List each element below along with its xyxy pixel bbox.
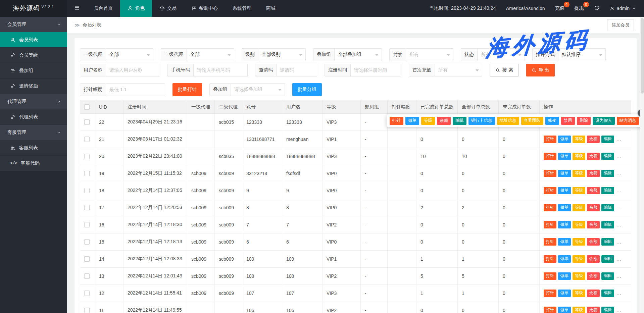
action-余额-button[interactable]: 余额 bbox=[587, 136, 600, 143]
filter-select-排序方式[interactable]: 默认排序 bbox=[558, 49, 605, 61]
popup-action-等级-button[interactable]: 等级 bbox=[421, 117, 435, 125]
action-做单-button[interactable]: 做单 bbox=[558, 153, 571, 160]
filter-select-一级代理[interactable]: 全部 bbox=[106, 49, 153, 61]
more-actions-button[interactable]: ... bbox=[616, 154, 622, 159]
more-actions-button[interactable]: ... bbox=[616, 222, 622, 227]
export-button[interactable]: 导 出 bbox=[526, 64, 555, 76]
sidebar-item-客服代码[interactable]: </>客服代码 bbox=[0, 156, 67, 171]
action-等级-button[interactable]: 等级 bbox=[573, 136, 585, 143]
action-余额-button[interactable]: 余额 bbox=[587, 272, 600, 279]
popup-action-银行卡信息-button[interactable]: 银行卡信息 bbox=[468, 117, 495, 125]
inject-range-input[interactable] bbox=[106, 84, 165, 96]
action-打针-button[interactable]: 打针 bbox=[544, 290, 556, 297]
action-编辑-button[interactable]: 编辑 bbox=[601, 307, 614, 313]
sidebar-item-客服列表[interactable]: 客服列表 bbox=[0, 140, 67, 156]
filter-select-叠加组[interactable]: 全部叠加组 bbox=[335, 49, 382, 61]
popup-action-做单-button[interactable]: 做单 bbox=[405, 117, 419, 125]
more-actions-button[interactable]: ... bbox=[616, 239, 622, 245]
action-打针-button[interactable]: 打针 bbox=[544, 187, 556, 194]
action-做单-button[interactable]: 做单 bbox=[558, 221, 571, 228]
row-checkbox[interactable] bbox=[84, 222, 90, 227]
action-等级-button[interactable]: 等级 bbox=[573, 290, 585, 297]
action-编辑-button[interactable]: 编辑 bbox=[601, 238, 614, 245]
action-打针-button[interactable]: 打针 bbox=[544, 153, 556, 160]
popup-action-编辑-button[interactable]: 编辑 bbox=[453, 117, 466, 125]
invite-code-input[interactable] bbox=[277, 64, 317, 76]
action-等级-button[interactable]: 等级 bbox=[573, 153, 585, 160]
action-做单-button[interactable]: 做单 bbox=[558, 187, 571, 194]
phone-input[interactable] bbox=[194, 64, 247, 76]
action-等级-button[interactable]: 等级 bbox=[573, 170, 585, 177]
first-charge-select[interactable]: 所有 bbox=[435, 64, 482, 76]
action-等级-button[interactable]: 等级 bbox=[573, 221, 585, 228]
action-等级-button[interactable]: 等级 bbox=[573, 187, 585, 194]
action-做单-button[interactable]: 做单 bbox=[558, 255, 571, 262]
filter-select-状态[interactable]: 所有 bbox=[478, 49, 525, 61]
action-等级-button[interactable]: 等级 bbox=[573, 272, 585, 279]
filter-select-封禁[interactable]: 所有 bbox=[406, 49, 453, 61]
nav-item-帮助中心[interactable]: 帮助中心 bbox=[184, 0, 225, 17]
page-scrollbar[interactable] bbox=[640, 17, 644, 313]
more-actions-button[interactable]: ... bbox=[616, 256, 622, 262]
action-等级-button[interactable]: 等级 bbox=[573, 238, 585, 245]
user-menu[interactable]: admin bbox=[610, 6, 636, 11]
action-余额-button[interactable]: 余额 bbox=[587, 255, 600, 262]
popup-action-禁用-button[interactable]: 禁用 bbox=[561, 117, 575, 125]
row-checkbox[interactable] bbox=[84, 239, 90, 245]
sidebar-item-代理列表[interactable]: 代理列表 bbox=[0, 109, 67, 125]
more-actions-button[interactable]: ... bbox=[616, 308, 622, 313]
refresh-button[interactable] bbox=[594, 5, 600, 12]
row-checkbox[interactable] bbox=[84, 188, 90, 193]
nav-item-后台首页[interactable]: 后台首页 bbox=[87, 0, 120, 17]
action-等级-button[interactable]: 等级 bbox=[573, 307, 585, 313]
action-打针-button[interactable]: 打针 bbox=[544, 238, 556, 245]
add-member-button[interactable]: 添加会员 bbox=[607, 19, 634, 31]
action-做单-button[interactable]: 做单 bbox=[558, 238, 571, 245]
row-checkbox[interactable] bbox=[84, 205, 90, 210]
reg-time-input[interactable] bbox=[351, 64, 401, 76]
nav-item-角色[interactable]: 角色 bbox=[120, 0, 152, 17]
action-打针-button[interactable]: 打针 bbox=[544, 272, 556, 279]
popup-action-查看团队-button[interactable]: 查看团队 bbox=[521, 117, 543, 125]
action-编辑-button[interactable]: 编辑 bbox=[601, 272, 614, 279]
nav-item-交易[interactable]: 交易 bbox=[152, 0, 184, 17]
action-做单-button[interactable]: 做单 bbox=[558, 136, 571, 143]
nav-item-商城[interactable]: 商城 bbox=[259, 0, 283, 17]
action-做单-button[interactable]: 做单 bbox=[558, 204, 571, 211]
row-checkbox[interactable] bbox=[84, 291, 90, 296]
action-余额-button[interactable]: 余额 bbox=[587, 307, 600, 313]
action-打针-button[interactable]: 打针 bbox=[544, 307, 556, 313]
row-checkbox[interactable] bbox=[84, 308, 90, 313]
action-编辑-button[interactable]: 编辑 bbox=[601, 204, 614, 211]
withdraw-link[interactable]: 提现 0 bbox=[575, 5, 584, 11]
popup-action-余额-button[interactable]: 余额 bbox=[437, 117, 451, 125]
sidebar-item-叠加组[interactable]: 叠加组 bbox=[0, 63, 67, 79]
sidebar-item-会员列表[interactable]: 会员列表 bbox=[0, 32, 67, 48]
action-等级-button[interactable]: 等级 bbox=[573, 204, 585, 211]
more-actions-button[interactable]: ... bbox=[616, 291, 622, 296]
search-button[interactable]: 搜 索 bbox=[490, 64, 519, 76]
sidebar-item-会员等级[interactable]: 会员等级 bbox=[0, 48, 67, 63]
row-checkbox[interactable] bbox=[84, 154, 90, 159]
action-余额-button[interactable]: 余额 bbox=[587, 290, 600, 297]
action-编辑-button[interactable]: 编辑 bbox=[601, 187, 614, 194]
nav-item-系统管理[interactable]: 系统管理 bbox=[225, 0, 259, 17]
sidebar-group-客服管理[interactable]: 客服管理 bbox=[0, 125, 67, 140]
action-做单-button[interactable]: 做单 bbox=[558, 290, 571, 297]
popup-action-删除-button[interactable]: 删除 bbox=[577, 117, 591, 125]
popup-action-账变-button[interactable]: 账变 bbox=[545, 117, 559, 125]
action-编辑-button[interactable]: 编辑 bbox=[601, 290, 614, 297]
popup-action-打针-button[interactable]: 打针 bbox=[390, 117, 403, 125]
more-actions-button[interactable]: ... bbox=[616, 205, 622, 210]
more-actions-button[interactable]: ... bbox=[616, 171, 622, 176]
action-余额-button[interactable]: 余额 bbox=[587, 221, 600, 228]
row-checkbox[interactable] bbox=[84, 273, 90, 279]
row-checkbox[interactable] bbox=[84, 256, 90, 262]
action-做单-button[interactable]: 做单 bbox=[558, 307, 571, 313]
sidebar-item-邀请奖励[interactable]: 邀请奖励 bbox=[0, 79, 67, 94]
action-余额-button[interactable]: 余额 bbox=[587, 238, 600, 245]
batch-inject-button[interactable]: 批量打针 bbox=[172, 83, 202, 96]
row-checkbox[interactable] bbox=[84, 119, 90, 125]
sidebar-group-会员管理[interactable]: 会员管理 bbox=[0, 17, 67, 32]
action-做单-button[interactable]: 做单 bbox=[558, 272, 571, 279]
